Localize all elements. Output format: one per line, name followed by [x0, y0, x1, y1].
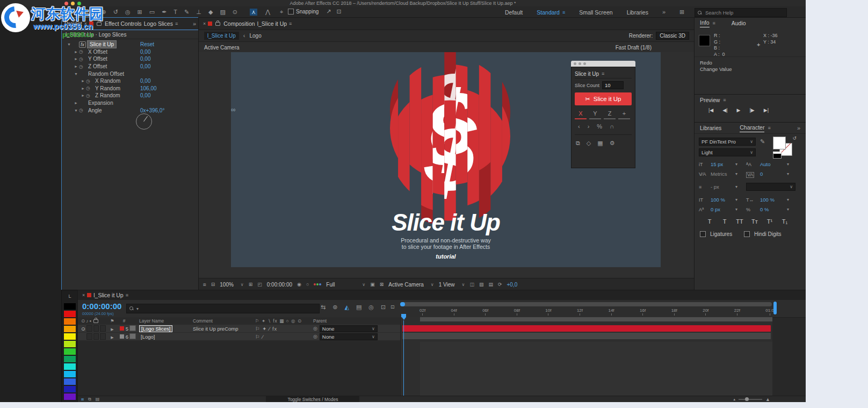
pickwhip-icon[interactable]: ◎	[313, 334, 317, 339]
pixel-aspect-icon[interactable]: ◫	[469, 282, 474, 287]
tsume-select[interactable]: 0 %▾	[758, 205, 791, 213]
faux-style-button[interactable]: T	[704, 218, 715, 225]
expand-arrow-icon[interactable]: ▼	[73, 109, 79, 112]
lock-toggle[interactable]	[100, 333, 106, 340]
zoom-window-button[interactable]	[77, 2, 81, 5]
expand-transfer-controls-icon[interactable]: ⧉	[88, 397, 91, 402]
tab-timeline[interactable]: l_Slice it Up	[93, 292, 123, 298]
workspace-standard[interactable]: Standard	[537, 9, 560, 16]
zoom-out-icon[interactable]: ▴	[734, 397, 736, 402]
tool-icon[interactable]: T	[173, 9, 177, 15]
parent-select[interactable]: None∨	[320, 333, 378, 340]
playhead[interactable]	[401, 314, 407, 320]
prev-slice-icon[interactable]: ‹	[578, 124, 580, 130]
panel-menu-icon[interactable]: ≡	[126, 293, 128, 298]
label-color-chip[interactable]	[120, 334, 124, 339]
camera-tool-icon[interactable]: ⌖	[278, 9, 285, 16]
tool-icon[interactable]: ◎	[125, 9, 131, 15]
transport-button[interactable]: ▶|	[764, 108, 769, 113]
property-label[interactable]: Z Random	[93, 92, 122, 99]
magnification-select[interactable]: 100%	[220, 282, 234, 288]
faux-style-button[interactable]: T	[719, 218, 730, 225]
expand-arrow-icon[interactable]: ▼	[66, 42, 72, 46]
exposure-value[interactable]: +0,0	[507, 282, 518, 288]
label-color-swatch[interactable]	[64, 341, 76, 347]
minimize-window-button[interactable]	[71, 2, 75, 5]
axis-button[interactable]: X	[575, 110, 587, 119]
panel-menu-icon[interactable]: ≡	[175, 22, 178, 26]
graph-editor-icon[interactable]: ⊡	[381, 304, 386, 310]
effect-property-row[interactable]: ► ◷ fx Y Offset 0,00	[62, 55, 199, 63]
expand-layer-switches-icon[interactable]: ⧈	[81, 397, 84, 402]
effect-property-row[interactable]: ► ◷ fx X Random 0,00	[62, 77, 199, 85]
stroke-style-select[interactable]: ∨	[746, 183, 795, 191]
property-label[interactable]: Z Offset	[86, 63, 109, 70]
panel-menu-icon[interactable]: ≡	[723, 98, 726, 103]
tool-icon[interactable]: ↺	[113, 9, 118, 15]
cube-icon[interactable]: ◇	[587, 140, 591, 146]
primary-viewer-icon[interactable]: ⊟	[211, 282, 215, 287]
workspace-libraries[interactable]: Libraries	[627, 9, 648, 16]
lock-icon[interactable]	[215, 22, 220, 26]
property-label[interactable]: X Random	[93, 77, 122, 84]
fill-stroke-widget[interactable]: ↺	[772, 135, 797, 157]
show-channels-icon[interactable]	[314, 283, 321, 285]
timeline-search-field[interactable]: ▾	[126, 304, 320, 313]
workspace-default[interactable]: Default	[505, 9, 523, 16]
property-label[interactable]: Y Offset	[86, 55, 110, 62]
gear-icon[interactable]: ⚙	[610, 140, 615, 146]
tool-icon[interactable]: ✒	[162, 9, 167, 15]
layer-row[interactable]: ⊙ ▶ 6 [Logo] ⚐ ∕ ◎ None∨	[78, 333, 400, 341]
breadcrumb-active[interactable]: l_Slice it Up	[204, 32, 239, 40]
close-tab-icon[interactable]: ×	[203, 22, 206, 26]
label-color-swatch[interactable]	[64, 303, 76, 310]
snapshot-icon[interactable]: ◉	[297, 282, 301, 287]
stopwatch-icon[interactable]: ◷	[86, 78, 93, 84]
panel-menu-icon[interactable]: ≡	[602, 71, 604, 76]
solo-toggle[interactable]	[93, 333, 99, 340]
draft-3d-icon[interactable]: ◭	[344, 304, 349, 311]
axis-button[interactable]: Y	[589, 110, 601, 119]
property-label[interactable]: X Offset	[86, 48, 110, 55]
kerning-select[interactable]: Metrics▾	[708, 170, 740, 178]
tab-character[interactable]: Character	[740, 124, 764, 132]
timeline-button-icon[interactable]: ▤	[488, 282, 493, 287]
horizontal-scale-select[interactable]: 100 %▾	[758, 196, 791, 204]
expand-arrow-icon[interactable]: ▶	[111, 335, 113, 339]
layer-switches[interactable]: ⚐ ∕	[255, 334, 313, 340]
tool-icon[interactable]: ⊞	[138, 9, 142, 15]
stroke-width-select[interactable]: - px▾	[708, 183, 740, 191]
tab-audio[interactable]: Audio	[732, 20, 746, 26]
effect-property-row[interactable]: ► ◷ fx X Offset 0,00	[62, 48, 199, 56]
transport-button[interactable]: ▶	[737, 108, 741, 113]
effect-property-row[interactable]: ▼ ◷ fx Random Offset	[62, 70, 199, 77]
close-tab-icon[interactable]: ×	[84, 22, 87, 26]
panel-menu-icon[interactable]: ≡	[768, 126, 770, 131]
label-color-swatch[interactable]	[64, 348, 76, 355]
expand-arrow-icon[interactable]: ►	[73, 101, 79, 105]
faux-style-button[interactable]: T¹	[764, 218, 775, 225]
toggle-switches-modes-button[interactable]: Toggle Switches / Modes	[266, 396, 359, 403]
stopwatch-icon[interactable]: ◷	[79, 64, 86, 69]
transparency-grid-icon[interactable]: ⊠	[380, 282, 384, 287]
property-value[interactable]: 0,00	[140, 56, 150, 62]
effect-property-row[interactable]: ▼ ◷ fx Angle 0x+396,0°	[62, 106, 199, 114]
parent-select[interactable]: None∨	[320, 325, 378, 332]
ligatures-checkbox[interactable]	[700, 231, 706, 237]
timeline-vertical-scrollbar[interactable]	[773, 302, 777, 314]
effect-property-row[interactable]: ▼ ◷ fx Slice it Up Reset	[62, 41, 199, 48]
property-value[interactable]: 0,00	[140, 92, 150, 98]
transport-button[interactable]: |◀	[708, 108, 713, 113]
label-color-swatch[interactable]	[64, 371, 76, 377]
flowchart-button-icon[interactable]: ⟳	[498, 282, 502, 287]
label-color-swatch[interactable]	[64, 333, 76, 340]
more-tabs-icon[interactable]: »	[193, 21, 196, 27]
leading-select[interactable]: Auto▾	[758, 160, 791, 168]
tool-icon[interactable]: ⊙	[233, 9, 237, 15]
tracking-select[interactable]: 0▾	[758, 170, 791, 178]
close-window-button[interactable]	[64, 2, 68, 5]
tool-icon[interactable]: ⊥	[196, 9, 201, 15]
time-navigator[interactable]	[400, 302, 772, 306]
view-select[interactable]: Active Camera	[388, 282, 424, 288]
expand-arrow-icon[interactable]: ►	[80, 79, 86, 83]
